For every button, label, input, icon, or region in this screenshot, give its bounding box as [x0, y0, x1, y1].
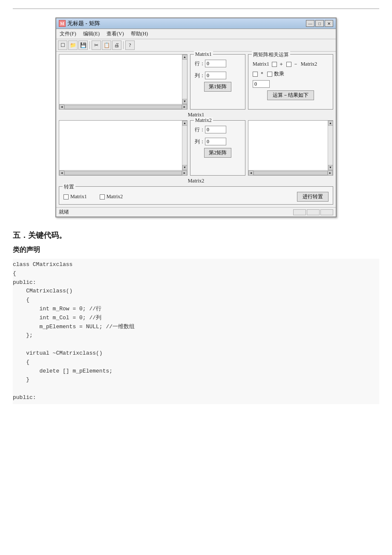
matrix2-vscroll[interactable]: ▲ ▼ [182, 121, 187, 170]
ops-panel: 两矩阵相关运算 Matrix1 ＋ － Matrix2 [248, 54, 333, 110]
help-button[interactable]: ? [125, 40, 135, 50]
transpose-button[interactable]: 进行转置 [297, 192, 329, 202]
title-bar-left: M 无标题 - 矩阵 [59, 20, 100, 27]
window-title: 无标题 - 矩阵 [67, 20, 100, 27]
matrix2-col-field: 列： [195, 138, 241, 145]
transpose-matrix2-checkbox[interactable] [100, 194, 105, 199]
ops-scalar-group: 数乘 [267, 70, 284, 78]
menu-bar: 文件(F) 编辑(E) 查看(V) 帮助(H) [56, 29, 336, 39]
result-scroll-up[interactable]: ▲ [328, 121, 333, 126]
ops-matrix1-label: Matrix1 [253, 61, 269, 67]
matrix-layout: ▲ ▼ ◄ ► Matrix1 行： [59, 54, 333, 205]
copy-button[interactable]: 📋 [102, 40, 111, 50]
code-line: int m_Col = 0; //列 [13, 314, 379, 323]
status-panels [293, 209, 333, 215]
matrix1-scroll-down[interactable]: ▼ [182, 99, 187, 104]
matrix2-set-button[interactable]: 第2矩阵 [204, 148, 231, 158]
sub-heading: 类的声明 [13, 246, 379, 254]
transpose-matrix1-checkbox[interactable] [63, 194, 69, 199]
status-panel-1 [293, 209, 306, 215]
matrix1-row-field: 行： [195, 60, 241, 67]
matrix1-col-field: 列： [195, 72, 241, 79]
ops-minus-checkbox[interactable] [286, 62, 291, 67]
matrix1-hscroll[interactable]: ◄ ► [59, 104, 187, 109]
code-line: class CMatrixclass [13, 260, 379, 269]
cut-button[interactable]: ✂ [92, 40, 101, 50]
matrix1-scroll-up[interactable]: ▲ [182, 55, 187, 60]
ops-minus-group: － [286, 61, 298, 68]
code-line: virtual ~CMatrixclass() [13, 349, 379, 358]
maximize-button[interactable]: □ [315, 20, 324, 27]
ops-plus-group: ＋ [272, 61, 284, 68]
matrix2-hscroll[interactable]: ◄ ► [59, 170, 187, 175]
menu-file[interactable]: 文件(F) [58, 30, 78, 38]
result-vscroll[interactable]: ▲ ▼ [328, 121, 333, 170]
code-line: delete [] m_pElements; [13, 367, 379, 376]
matrix2-col-input[interactable] [205, 138, 226, 145]
matrix1-display: ▲ ▼ ◄ ► [59, 54, 187, 110]
matrix1-hscrollbar[interactable] [64, 105, 182, 109]
menu-help[interactable]: 帮助(H) [129, 30, 150, 38]
matrix2-scroll-right[interactable]: ► [182, 171, 187, 176]
transpose-matrix1-item: Matrix1 [63, 194, 87, 200]
ops-multiply-checkbox[interactable] [253, 72, 258, 77]
result-scroll-down[interactable]: ▼ [328, 165, 333, 170]
transpose-row: Matrix1 Matrix2 进行转置 [63, 192, 329, 202]
code-line [13, 384, 379, 393]
matrix1-row-input[interactable] [205, 60, 226, 67]
matrix1-vscroll[interactable]: ▲ ▼ [182, 55, 187, 104]
matrix2-display: ▲ ▼ ◄ ► [59, 120, 187, 176]
matrix1-set-button[interactable]: 第1矩阵 [204, 82, 231, 92]
result-display: ▲ ▼ ◄ ► [248, 120, 333, 176]
ops-plus-checkbox[interactable] [272, 62, 277, 67]
code-line: { [13, 269, 379, 278]
ops-multiply-label: ＊ [259, 70, 265, 78]
menu-view[interactable]: 查看(V) [105, 30, 126, 38]
ops-scalar-input[interactable] [253, 80, 270, 88]
bottom-matrix-row: ▲ ▼ ◄ ► Matrix2 行： [59, 120, 333, 176]
code-line: m_pElements = NULL; //一维数组 [13, 323, 379, 332]
transpose-section: 转置 Matrix1 Matrix2 进行转置 [59, 186, 333, 205]
app-icon: M [59, 20, 66, 27]
ops-scalar-value-row [253, 80, 329, 88]
menu-edit[interactable]: 编辑(E) [81, 30, 101, 38]
window-controls[interactable]: — □ ✕ [306, 20, 333, 27]
close-button[interactable]: ✕ [325, 20, 333, 27]
ops-result-button[interactable]: 运算－结果如下 [267, 90, 314, 100]
code-line: }; [13, 331, 379, 340]
matrix1-row-label: 行： [195, 60, 203, 67]
matrix1-scroll-left[interactable]: ◄ [59, 104, 64, 110]
matrix2-row-field: 行： [195, 126, 241, 133]
matrix2-col-label: 列： [195, 138, 203, 145]
matrix2-row-label: 行： [195, 126, 203, 133]
matrix2-hscrollbar[interactable] [64, 171, 182, 175]
save-button[interactable]: 💾 [78, 40, 88, 50]
ops-scalar-checkbox[interactable] [267, 72, 272, 77]
code-line: public: [13, 393, 379, 402]
ops-multiply-group: ＊ [253, 70, 265, 78]
matrix2-row-input[interactable] [205, 126, 226, 133]
open-button[interactable]: 📁 [68, 40, 78, 50]
transpose-legend: 转置 [63, 183, 75, 191]
matrix1-col-input[interactable] [205, 72, 226, 79]
print-button[interactable]: 🖨 [112, 40, 121, 50]
result-hscroll[interactable]: ◄ ► [248, 170, 333, 175]
matrix2-scroll-down[interactable]: ▼ [182, 165, 187, 170]
new-button[interactable]: ☐ [58, 40, 67, 50]
transpose-matrix2-label: Matrix2 [107, 194, 123, 200]
matrix1-scroll-right[interactable]: ► [182, 104, 187, 110]
top-separator [13, 9, 379, 9]
ops-row1: Matrix1 ＋ － Matrix2 [253, 61, 329, 68]
toolbar-separator-2 [123, 41, 124, 49]
matrix1-label-text: Matrix1 [188, 112, 205, 118]
result-scroll-left[interactable]: ◄ [248, 171, 254, 176]
matrix2-scroll-left[interactable]: ◄ [59, 171, 64, 176]
window-body: ▲ ▼ ◄ ► Matrix1 行： [56, 52, 336, 207]
code-line: { [13, 296, 379, 305]
status-bar: 就绪 [56, 207, 336, 217]
minimize-button[interactable]: — [306, 20, 314, 27]
result-hscrollbar[interactable] [254, 171, 328, 175]
code-line: } [13, 376, 379, 384]
result-scroll-right[interactable]: ► [328, 171, 333, 176]
matrix2-scroll-up[interactable]: ▲ [182, 121, 187, 126]
